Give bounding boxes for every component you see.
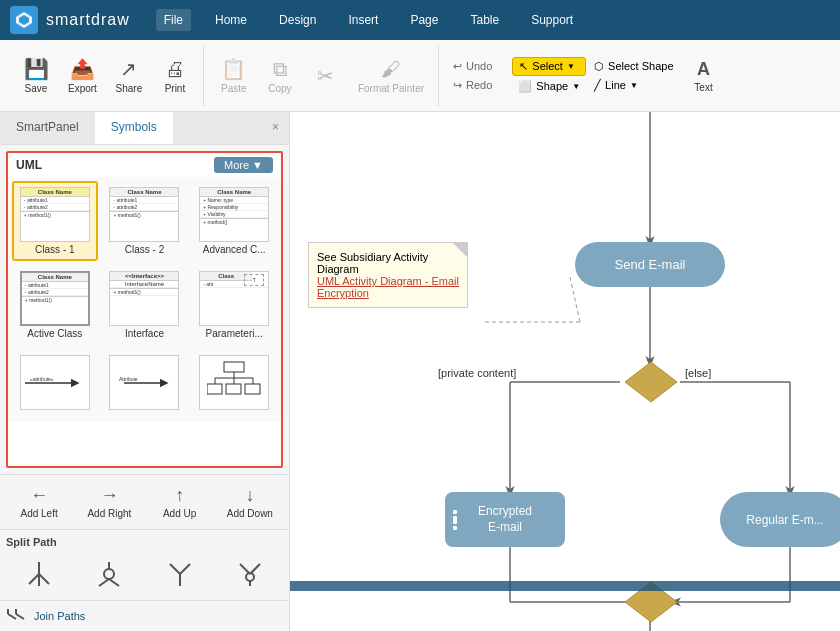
cut-button[interactable]: ✂ [304,49,348,103]
note-link[interactable]: UML Activity Diagram - Email Encryption [317,275,459,299]
navbar: smartdraw File Home Design Insert Page T… [0,0,840,40]
tab-symbols[interactable]: Symbols [95,112,173,144]
join-section: Join Paths [0,600,289,631]
svg-marker-46 [625,362,677,402]
symbol-hierarchy-preview [199,355,269,410]
send-email-shape[interactable]: Send E-mail [575,242,725,287]
join-paths-button[interactable]: Join Paths [6,607,283,625]
symbol-advanced-preview: Class Name + Name: type + Responsibility… [199,187,269,242]
save-icon: 💾 [24,57,49,81]
paste-button[interactable]: 📋 Paste [212,49,256,103]
tab-smartpanel[interactable]: SmartPanel [0,112,95,144]
undo-button[interactable]: ↩ Undo [445,58,500,75]
encrypted-email-shape[interactable]: EncryptedE-mail [445,492,565,547]
svg-point-18 [104,569,114,579]
svg-line-20 [99,579,109,586]
split-button-3[interactable] [147,554,213,594]
symbol-parameterized[interactable]: T Class - attr Parameteri... [191,265,277,345]
nav-support[interactable]: Support [523,9,581,31]
symbol-class1-preview: Class Name - attribute1 - attribute2 + m… [20,187,90,242]
split-button-1[interactable] [6,554,72,594]
side-panel: SmartPanel Symbols × UML More ▼ Class Na… [0,112,290,631]
svg-line-44 [570,277,580,322]
add-down-button[interactable]: ↓ Add Down [217,481,283,523]
line-button[interactable]: ╱ Line ▼ [588,77,679,94]
symbol-advanced[interactable]: Class Name + Name: type + Responsibility… [191,181,277,261]
add-right-button[interactable]: → Add Right [76,481,142,523]
add-left-icon: ← [30,485,48,506]
cut-icon: ✂ [317,64,334,88]
svg-line-16 [29,574,39,584]
more-dropdown-icon: ▼ [252,159,263,171]
bottom-actions: ← Add Left → Add Right ↑ Add Up ↓ Add Do… [0,474,289,529]
print-button[interactable]: 🖨 Print [153,49,197,103]
symbol-hierarchy[interactable] [191,349,277,418]
line-dropdown-icon: ▼ [630,81,638,90]
add-left-button[interactable]: ← Add Left [6,481,72,523]
diagram-note: See Subsidiary Activity Diagram UML Acti… [308,242,468,308]
select-tool-stack: ↖ Select ▼ ⬜ Shape ▼ [512,46,586,106]
format-painter-button[interactable]: 🖌 Format Painter [350,49,432,103]
symbol-active-class-label: Active Class [27,328,82,339]
symbol-parameterized-preview: T Class - attr [199,271,269,326]
shape-button[interactable]: ⬜ Shape ▼ [512,78,586,95]
undo-icon: ↩ [453,60,462,73]
text-button[interactable]: A Text [682,49,726,103]
panel-close-button[interactable]: × [262,112,289,144]
panel-tabs: SmartPanel Symbols × [0,112,289,145]
symbol-advanced-label: Advanced C... [203,244,266,255]
join-icon [6,607,26,625]
copy-icon: ⧉ [273,58,287,81]
symbol-class1-label: Class - 1 [35,244,74,255]
select-tools-group: ↖ Select ▼ ⬜ Shape ▼ ⬡ Select Shape ╱ Li… [506,46,731,106]
redo-button[interactable]: ↪ Redo [445,77,500,94]
symbol-grid: Class Name - attribute1 - attribute2 + m… [8,177,281,422]
toolbar: 💾 Save 📤 Export ↗ Share 🖨 Print 📋 Paste … [0,40,840,112]
edit-actions-group: 📋 Paste ⧉ Copy ✂ 🖌 Format Painter [206,46,439,106]
svg-rect-6 [224,362,244,372]
app-logo-icon [10,6,38,34]
line-icon: ╱ [594,79,601,92]
symbol-interface[interactable]: <<Interface>> InterfaceName + method1() … [102,265,188,345]
symbol-class1[interactable]: Class Name - attribute1 - attribute2 + m… [12,181,98,261]
main-area: SmartPanel Symbols × UML More ▼ Class Na… [0,112,840,631]
nav-insert[interactable]: Insert [340,9,386,31]
share-icon: ↗ [120,57,137,81]
format-painter-icon: 🖌 [381,58,401,81]
svg-rect-14 [245,384,260,394]
symbol-class2[interactable]: Class Name - attribute1 - attribute2 + m… [102,181,188,261]
select-button[interactable]: ↖ Select ▼ [512,57,586,76]
app-logo-text: smartdraw [46,11,130,29]
file-actions-group: 💾 Save 📤 Export ↗ Share 🖨 Print [8,46,204,106]
shape-icon: ⬜ [518,80,532,93]
split-section: Split Path [0,529,289,600]
nav-page[interactable]: Page [402,9,446,31]
svg-text:Attribute: Attribute [119,376,138,382]
save-button[interactable]: 💾 Save [14,49,58,103]
nav-table[interactable]: Table [462,9,507,31]
symbol-active-class[interactable]: Class Name - attribute1 - attribute2 + m… [12,265,98,345]
regular-email-shape[interactable]: Regular E-m... [720,492,840,547]
add-up-button[interactable]: ↑ Add Up [147,481,213,523]
shape-dropdown-icon: ▼ [572,82,580,91]
split-button-2[interactable] [76,554,142,594]
canvas[interactable]: See Subsidiary Activity Diagram UML Acti… [290,112,840,631]
symbol-arrow2[interactable]: Attribute [102,349,188,418]
nav-design[interactable]: Design [271,9,324,31]
svg-text:«attribute»: «attribute» [30,376,54,382]
svg-line-32 [16,614,24,619]
svg-rect-12 [207,384,222,394]
share-button[interactable]: ↗ Share [107,49,151,103]
more-button[interactable]: More ▼ [214,157,273,173]
select-shape-button[interactable]: ⬡ Select Shape [588,58,679,75]
export-button[interactable]: 📤 Export [60,49,105,103]
split-section-title: Split Path [6,536,283,548]
split-button-4[interactable] [217,554,283,594]
symbol-arrow1-preview: «attribute» [20,355,90,410]
symbol-arrow1[interactable]: «attribute» [12,349,98,418]
symbol-interface-label: Interface [125,328,164,339]
uml-title: UML [16,158,42,172]
copy-button[interactable]: ⧉ Copy [258,49,302,103]
nav-home[interactable]: Home [207,9,255,31]
nav-file[interactable]: File [156,9,191,31]
